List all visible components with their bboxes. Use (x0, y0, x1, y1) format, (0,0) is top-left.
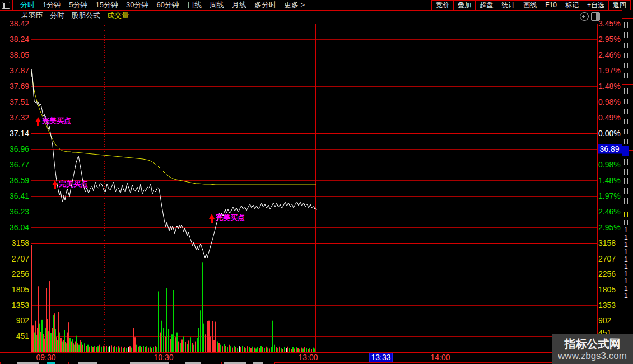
volume-bar (62, 342, 63, 352)
price-label: 36.23 (0, 208, 29, 216)
price-label: 36.04 (0, 223, 29, 231)
right-sidebar-strip[interactable]: 1111111111 (622, 10, 633, 362)
period-menu: 分时1分钟5分钟15分钟30分钟60分钟日线周线月线多分时更多 > (16, 0, 309, 10)
volume-bar (68, 322, 69, 352)
menu-tab-7[interactable]: 周线 (210, 0, 224, 10)
add-panel-icon[interactable] (580, 12, 589, 21)
buy-point-marker-0: 完美买点 (35, 116, 71, 125)
menu-tab-5[interactable]: 60分钟 (156, 0, 179, 10)
time-label: 09:30 (36, 353, 55, 362)
volume-bar (203, 324, 204, 352)
menu-tab-6[interactable]: 日线 (187, 0, 202, 10)
volume-bar (84, 343, 85, 352)
volume-bar (309, 348, 310, 352)
volume-bar (47, 319, 48, 352)
volume-bar (229, 345, 230, 352)
percent-label: 0.49% (598, 114, 622, 122)
volume-bar (215, 322, 216, 352)
chart-title-bar: 若羽臣 分时 股朋公式 成交量 (0, 11, 622, 21)
volume-bar (50, 333, 52, 352)
toolbar-button-5[interactable]: F10 (541, 0, 561, 10)
volume-bar (43, 334, 44, 352)
volume-bar (297, 348, 299, 352)
volume-bar (139, 346, 141, 352)
volume-bar (239, 346, 240, 352)
volume-label: 2707 (0, 255, 29, 263)
volume-bar (138, 347, 139, 352)
menu-tab-9[interactable]: 多分时 (254, 0, 276, 10)
price-label: 36.41 (0, 192, 29, 200)
volume-bar (314, 348, 315, 352)
volume-bar (267, 348, 268, 352)
volume-bar (259, 348, 260, 352)
volume-label: 1353 (0, 301, 29, 309)
menu-tab-0[interactable]: 分时 (20, 0, 35, 10)
volume-bar (124, 347, 125, 352)
time-label: 14:00 (430, 353, 450, 362)
volume-bar (153, 347, 154, 352)
volume-bar (230, 346, 231, 352)
volume-bar (272, 321, 273, 352)
volume-bar (276, 347, 277, 352)
toolbar-button-0[interactable]: 竞价 (431, 0, 454, 10)
current-price-tag: 36.89 (597, 144, 622, 154)
time-label: 10:30 (153, 353, 173, 362)
volume-bar (207, 321, 208, 352)
window-split-icon[interactable] (2, 2, 10, 9)
volume-bar (218, 343, 220, 352)
volume-label: 1805 (598, 286, 622, 293)
menu-tab-2[interactable]: 5分钟 (69, 0, 87, 10)
volume-bar (31, 245, 32, 352)
volume-bar (145, 347, 146, 352)
menu-tab-10[interactable]: 更多 > (284, 0, 305, 10)
volume-bar (129, 346, 131, 352)
percent-label: 2.46% (598, 208, 622, 216)
time-cursor-badge: 13:33 (369, 353, 393, 363)
volume-bar (123, 348, 124, 352)
toolbar-button-4[interactable]: 画线 (519, 0, 541, 10)
menu-tab-8[interactable]: 月线 (232, 0, 246, 10)
menu-tab-3[interactable]: 15分钟 (95, 0, 118, 10)
toolbar-button-8[interactable]: 返回 (608, 0, 631, 10)
top-menu-bar: 分时1分钟5分钟15分钟30分钟60分钟日线周线月线多分时更多 > 竞价叠加超盘… (0, 0, 633, 11)
volume-bar (198, 328, 199, 352)
percent-label: 2.95% (598, 223, 622, 231)
toolbar-button-2[interactable]: 超盘 (475, 0, 497, 10)
volume-bar (92, 347, 94, 352)
toolbar-buttons: 竞价叠加超盘统计画线F10标记+自选返回 (432, 0, 631, 10)
volume-bar (69, 338, 71, 352)
volume-bar (227, 347, 228, 352)
menu-tab-4[interactable]: 30分钟 (126, 0, 148, 10)
volume-bar (128, 347, 129, 352)
volume-bar (252, 347, 253, 352)
toolbar-button-1[interactable]: 叠加 (453, 0, 476, 10)
volume-bar (161, 321, 162, 352)
volume-bar (121, 347, 122, 352)
volume-bar (306, 348, 307, 352)
volume-bar (234, 346, 235, 352)
formula-label[interactable]: 股朋公式 (71, 11, 100, 21)
watermark-title: 指标公式网 (565, 337, 621, 351)
buy-point-label: 完美买点 (42, 116, 71, 125)
volume-bar (60, 338, 62, 352)
sidebar-digit: 1 (624, 241, 628, 248)
volume-bar (111, 345, 112, 352)
volume-bar (225, 346, 226, 352)
volume-bar (286, 348, 287, 352)
volume-bar (210, 336, 211, 352)
percent-label: 1.48% (598, 82, 622, 90)
up-arrow-icon (52, 180, 58, 185)
toolbar-button-7[interactable]: +自选 (583, 0, 609, 10)
volume-bar (311, 349, 312, 352)
volume-bar (116, 347, 117, 352)
volume-bar (71, 342, 72, 352)
indicator-label[interactable]: 成交量 (107, 11, 129, 21)
chart-plot-area[interactable] (31, 21, 598, 353)
volume-bar (250, 348, 252, 352)
toolbar-button-6[interactable]: 标记 (561, 0, 583, 10)
volume-bar (148, 348, 149, 352)
volume-label: 2707 (598, 255, 622, 263)
toolbar-button-3[interactable]: 统计 (497, 0, 519, 10)
menu-tab-1[interactable]: 1分钟 (43, 0, 61, 10)
volume-bar (86, 346, 87, 352)
